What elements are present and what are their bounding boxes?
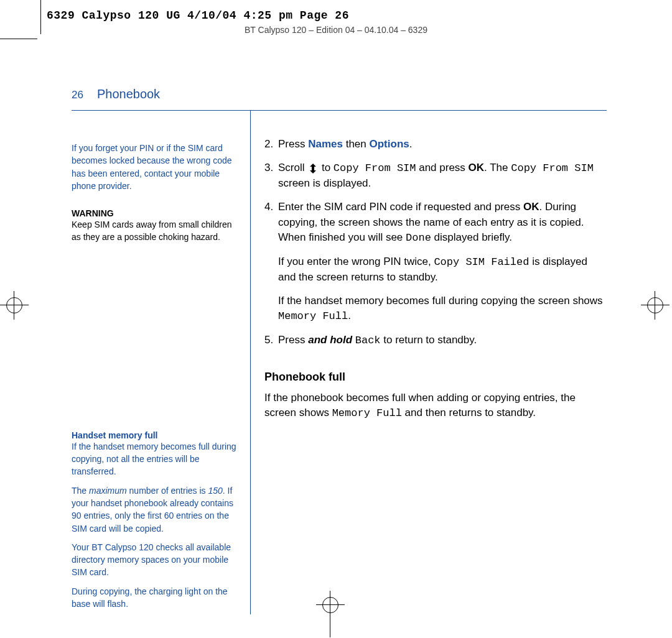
softkey-names: Names	[308, 138, 343, 150]
key-ok: OK	[523, 201, 539, 213]
sidebar-warning-heading: WARNING	[72, 208, 243, 218]
page-content: 26 Phonebook If you forget your PIN or i…	[72, 87, 607, 614]
lcd-done: Done	[406, 232, 431, 244]
registration-mark	[647, 297, 663, 313]
text: .	[409, 138, 413, 150]
text: to	[319, 162, 334, 173]
registration-mark	[641, 305, 670, 305]
scroll-icon	[307, 164, 319, 173]
step-number: 5.	[264, 333, 278, 348]
sidebar-memory-p3: Your BT Calypso 120 checks all available…	[72, 541, 243, 579]
softkey-options: Options	[370, 138, 409, 150]
text-italic: 150	[208, 486, 222, 496]
sidebar-memory-heading: Handset memory full	[72, 430, 243, 440]
lcd-memory-full: Memory Full	[332, 407, 402, 419]
step-body: Enter the SIM card PIN code if requested…	[278, 200, 607, 245]
text-italic: maximum	[89, 486, 127, 496]
phonebook-full-body: If the phonebook becomes full when addin…	[264, 391, 607, 421]
text: and then returns to standby.	[402, 407, 536, 418]
text: If you enter the wrong PIN twice,	[278, 256, 434, 267]
registration-mark	[14, 291, 14, 320]
sidebar-warning-body: Keep SIM cards away from small children …	[72, 218, 243, 244]
text: Scroll	[278, 162, 307, 173]
step-body: Press and hold Back to return to standby…	[278, 333, 477, 348]
sidebar-memory-p1: If the handset memory becomes full durin…	[72, 440, 243, 478]
lcd-back: Back	[355, 335, 381, 346]
text: If the handset memory becomes full durin…	[278, 295, 603, 307]
registration-mark	[655, 291, 655, 320]
sidebar-memory-p2: The maximum number of entries is 150. If…	[72, 484, 243, 535]
step-5: 5. Press and hold Back to return to stan…	[264, 333, 607, 348]
lcd-memory-full: Memory Full	[278, 310, 348, 322]
text: Press	[278, 138, 308, 150]
text: . The	[484, 162, 511, 173]
lcd-copy-sim-failed: Copy SIM Failed	[434, 256, 529, 268]
print-slug: 6329 Calypso 120 UG 4/10/04 4:25 pm Page…	[47, 9, 349, 22]
step-number: 2.	[264, 137, 278, 152]
step-4-note-memory-full: If the handset memory becomes full durin…	[278, 294, 607, 324]
step-4-note-wrong-pin: If you enter the wrong PIN twice, Copy S…	[278, 254, 607, 285]
text: number of entries is	[127, 486, 208, 496]
key-ok: OK	[469, 162, 485, 173]
text: The	[72, 486, 89, 496]
registration-mark	[0, 305, 29, 305]
crop-mark	[0, 39, 37, 39]
text: screen is displayed.	[278, 177, 371, 189]
text: then	[343, 138, 370, 150]
step-body: Scroll to Copy From SIM and press OK. Th…	[278, 160, 607, 191]
page-title: Phonebook	[97, 87, 160, 101]
text: to return to standby.	[381, 334, 477, 346]
step-3: 3. Scroll to Copy From SIM and press OK.…	[264, 160, 607, 191]
step-body: Press Names then Options.	[278, 137, 412, 152]
sidebar-note-pin: If you forget your PIN or if the SIM car…	[72, 142, 243, 192]
registration-mark	[6, 297, 22, 313]
step-2: 2. Press Names then Options.	[264, 137, 607, 152]
text: displayed briefly.	[431, 231, 512, 243]
sidebar: If you forget your PIN or if the SIM car…	[72, 111, 251, 614]
edition-line: BT Calypso 120 – Edition 04 – 04.10.04 –…	[0, 25, 672, 35]
page-number: 26	[72, 89, 83, 101]
main-column: 2. Press Names then Options. 3. Scroll t…	[251, 111, 607, 614]
section-phonebook-full: Phonebook full	[264, 369, 607, 386]
text: .	[348, 310, 351, 321]
step-4: 4. Enter the SIM card PIN code if reques…	[264, 200, 607, 245]
page-header: 26 Phonebook	[72, 87, 607, 101]
step-number: 3.	[264, 160, 278, 191]
press-and-hold: and hold	[308, 334, 352, 346]
step-number: 4.	[264, 200, 278, 245]
lcd-copy-from-sim: Copy From SIM	[334, 162, 416, 174]
sidebar-memory-p4: During copying, the charging light on th…	[72, 585, 243, 611]
text: Enter the SIM card PIN code if requested…	[278, 201, 523, 213]
text: and press	[416, 162, 468, 173]
lcd-copy-from-sim: Copy From SIM	[511, 162, 594, 174]
text: Press	[278, 334, 308, 346]
